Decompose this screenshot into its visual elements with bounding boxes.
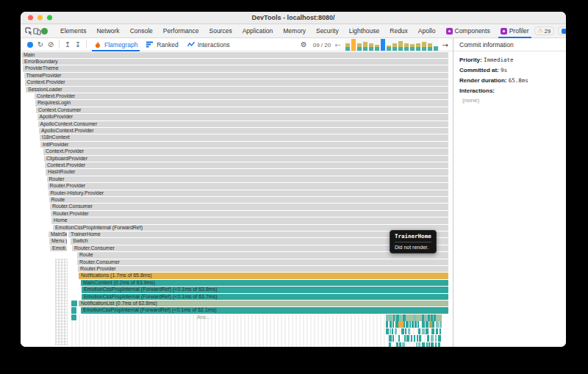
flame-bar[interactable] xyxy=(71,314,76,321)
flame-bar[interactable]: ApolloContext.Provider xyxy=(39,128,448,134)
flamegraph-canvas[interactable]: TrainerHome Did not render. MainErrorBou… xyxy=(21,51,453,347)
commit-bar-15[interactable] xyxy=(428,39,432,51)
commit-bar-4[interactable] xyxy=(363,39,368,51)
flame-bar[interactable]: NotificationList (0.7ms of 62.8ms) xyxy=(79,301,448,307)
previous-commit-button[interactable]: ← xyxy=(334,41,340,49)
flame-bar[interactable]: IntlProvider xyxy=(40,142,448,148)
flame-bar[interactable]: Router.Consumer xyxy=(77,259,448,266)
commit-bar-16[interactable] xyxy=(434,39,438,51)
next-commit-button[interactable]: → xyxy=(442,41,448,49)
flame-bar xyxy=(415,321,417,328)
flame-bar[interactable]: Route xyxy=(49,197,449,204)
flame-bar[interactable]: ClipboardProvider xyxy=(44,156,448,162)
flame-bar[interactable]: Context.Provider xyxy=(43,148,448,155)
commit-bar-7[interactable] xyxy=(381,39,385,51)
window-titlebar: DevTools - localhost:8080/ xyxy=(21,12,566,24)
tab-memory[interactable]: Memory xyxy=(278,24,311,38)
flame-bar[interactable]: EmotionCssPropInternal (ForwardRef) (<0.… xyxy=(81,307,448,314)
flame-bar[interactable] xyxy=(71,307,76,314)
view-tab-interactions[interactable]: Interactions xyxy=(183,38,234,51)
tab-redux[interactable]: Redux xyxy=(384,24,413,38)
flame-bar[interactable]: Context.Consumer xyxy=(36,107,448,114)
flame-bar[interactable]: Router.Consumer xyxy=(50,204,448,210)
flame-bar[interactable]: ApolloProvider xyxy=(37,114,449,121)
flame-bar xyxy=(392,328,393,335)
commit-bar-11[interactable] xyxy=(404,39,409,51)
commit-bar-12[interactable] xyxy=(410,39,415,51)
flame-bar xyxy=(392,335,394,342)
flame-bar[interactable]: Router.Provider xyxy=(51,211,448,217)
flame-bar[interactable]: Context.Provider xyxy=(35,93,448,100)
import-profile-button[interactable]: ↥ xyxy=(62,38,73,51)
flame-bar[interactable]: ErrorBoundary xyxy=(22,59,448,65)
flame-bar[interactable]: Notifications (1.7ms of 65.8ms) xyxy=(79,273,448,279)
flame-bar[interactable]: Home xyxy=(51,217,448,224)
flame-bar[interactable]: RequiresLogin xyxy=(35,100,448,107)
interactions-label: Interactions: xyxy=(459,87,495,94)
commit-bar-9[interactable] xyxy=(392,39,397,51)
flame-bar[interactable]: Context.Provider xyxy=(25,79,449,86)
flame-bar[interactable]: SessionLoader xyxy=(26,87,448,93)
flame-bar[interactable]: I18nContext xyxy=(40,134,448,141)
issues-badge[interactable]: 15 xyxy=(558,26,566,35)
tab-sources[interactable]: Sources xyxy=(204,24,237,38)
view-tab-flamegraph[interactable]: Flamegraph xyxy=(90,38,142,51)
commit-bar-13[interactable] xyxy=(416,39,420,51)
flame-bar[interactable]: ProvideTheme xyxy=(23,65,448,72)
commit-bar-10[interactable] xyxy=(398,39,403,51)
flame-bar-label[interactable]: Ano… xyxy=(197,314,211,321)
flame-bar[interactable]: Router xyxy=(47,176,449,183)
flame-bar[interactable]: Menu (… xyxy=(49,238,67,245)
flame-bar[interactable]: Router.Provider xyxy=(78,266,448,273)
commit-bar-3[interactable] xyxy=(357,39,362,51)
tab-components[interactable]: Components xyxy=(441,24,495,38)
reload-and-profile-button[interactable]: ↻ xyxy=(35,38,46,51)
flame-bar[interactable]: ApolloContext.Consumer xyxy=(38,121,449,128)
tab-elements[interactable]: Elements xyxy=(55,24,91,38)
commit-bar-2[interactable] xyxy=(351,39,356,51)
inspect-element-icon[interactable] xyxy=(25,24,33,38)
flame-bar xyxy=(396,342,398,347)
flame-bar xyxy=(418,342,420,347)
flame-bar[interactable] xyxy=(71,301,77,307)
flame-bar[interactable]: Context.Provider xyxy=(45,162,448,169)
tab-network[interactable]: Network xyxy=(91,24,124,38)
commit-bar-6[interactable] xyxy=(375,39,379,51)
flame-bar xyxy=(427,335,429,342)
flame-bar[interactable]: Router.Provider xyxy=(48,183,449,190)
warning-count: 29 xyxy=(545,28,551,35)
tab-performance[interactable]: Performance xyxy=(158,24,204,38)
tab-application[interactable]: Application xyxy=(237,24,279,38)
flame-bar[interactable]: HashRouter xyxy=(46,169,448,176)
commit-bar-5[interactable] xyxy=(369,39,373,51)
commit-bar-14[interactable] xyxy=(422,39,426,51)
flame-bar[interactable]: EmotionCssPropInternal (ForwardRef) xyxy=(53,225,448,231)
flame-bar[interactable]: EmotionCssPropInternal (ForwardRef) (<0.… xyxy=(82,294,448,301)
flame-bar xyxy=(386,314,388,321)
flame-bar xyxy=(438,335,441,342)
flame-bar[interactable]: MainSel… xyxy=(49,231,67,238)
flame-bar xyxy=(412,321,414,328)
tab-security[interactable]: Security xyxy=(311,24,344,38)
flame-bar[interactable]: MainContent (0.2ms of 63.9ms) xyxy=(81,280,448,287)
view-tab-ranked[interactable]: Ranked xyxy=(142,38,182,51)
tab-apollo[interactable]: Apollo xyxy=(413,24,441,38)
tab-lighthouse[interactable]: Lighthouse xyxy=(344,24,385,38)
devtools-tabbar: ElementsNetworkConsolePerformanceSources… xyxy=(21,24,566,38)
export-profile-button[interactable]: ↧ xyxy=(73,38,83,51)
tab-console[interactable]: Console xyxy=(125,24,158,38)
warnings-badge[interactable]: ⚠ 29 xyxy=(534,26,555,35)
flame-bar[interactable]: EmotionCssPropInternal (ForwardRef) (<0.… xyxy=(82,287,448,293)
flame-bar xyxy=(422,342,425,347)
commit-bar-1[interactable] xyxy=(345,39,350,51)
flame-bar[interactable]: Emoti… xyxy=(50,245,67,252)
flame-bar[interactable]: ThemeProvider xyxy=(24,73,449,79)
tab-profiler[interactable]: Profiler xyxy=(495,24,534,38)
profiler-settings-icon[interactable]: ⚙ xyxy=(298,41,309,48)
clear-profile-button[interactable]: ⊘ xyxy=(46,38,56,51)
record-button[interactable] xyxy=(25,38,35,51)
commit-bar-8[interactable] xyxy=(387,39,391,51)
flame-bar[interactable]: Router-History.Provider xyxy=(49,190,449,197)
flame-bar[interactable]: Main xyxy=(21,52,448,59)
device-toolbar-icon[interactable] xyxy=(33,24,41,38)
